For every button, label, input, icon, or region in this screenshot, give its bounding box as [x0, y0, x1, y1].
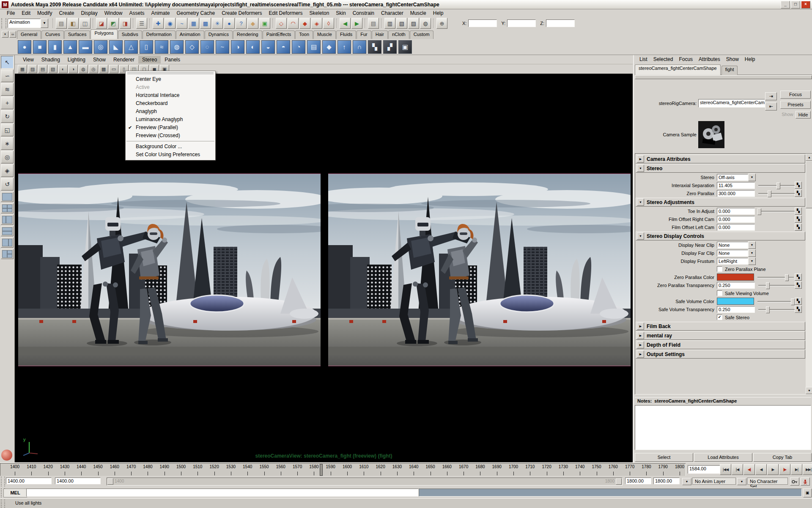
section-collapse-icon[interactable]: ▼	[637, 232, 644, 240]
menu-constrain[interactable]: Constrain	[349, 10, 378, 17]
shelf-tab-icon[interactable]: ▭	[9, 31, 16, 38]
section-header-depth-of-field[interactable]: ▶Depth of Field	[636, 340, 805, 349]
stereo-menu-item-freeview-crossed[interactable]: Freeview (Crossed)	[126, 132, 215, 140]
zero-parallax-color-slider[interactable]	[757, 274, 794, 281]
zero-parallax-field[interactable]: 300.000	[717, 190, 755, 197]
display-frustum-select-arrow-icon[interactable]: ▼	[748, 257, 756, 265]
safe-volume-transparency-keyframe-icon[interactable]: ▚	[795, 306, 802, 313]
section-header-camera-attributes[interactable]: ▶Camera Attributes	[636, 155, 805, 163]
stereo-menu-item-horizontal-interlace[interactable]: Horizontal Interlace	[126, 91, 215, 99]
film-offset-left-cam-field[interactable]: 0.000	[717, 224, 755, 231]
ipr-render-icon[interactable]: ▨	[408, 18, 419, 29]
ae-menu-show[interactable]: Show	[723, 55, 742, 63]
zero-parallax-transparency-field[interactable]: 0.250	[717, 282, 755, 289]
anim-layer-menu-icon[interactable]: ▼	[682, 478, 691, 485]
ik-handle-icon[interactable]: ◉	[165, 18, 176, 29]
ae-menu-selected[interactable]: Selected	[650, 55, 676, 63]
safe-volume-color-swatch[interactable]	[717, 298, 754, 305]
extrude-icon[interactable]: ↑	[337, 40, 351, 54]
ae-menu-help[interactable]: Help	[742, 55, 758, 63]
section-header-mental-ray[interactable]: ▶mental ray	[636, 331, 805, 340]
z-field[interactable]	[546, 19, 575, 27]
close-button[interactable]: ×	[801, 1, 810, 8]
auto-keyframe-icon[interactable]	[790, 478, 799, 486]
anim-layer-field[interactable]: No Anim Layer	[692, 478, 736, 485]
select-tool[interactable]: ↖	[1, 56, 14, 69]
safe-volume-color-slider[interactable]	[757, 298, 794, 305]
rotate-tool[interactable]: ↻	[1, 110, 14, 123]
stereo-menu-item-set-color-using-preferences[interactable]: Set Color Using Preferences	[126, 151, 215, 159]
stereo-select-arrow-icon[interactable]: ▼	[748, 174, 756, 181]
snap-to-grids-icon[interactable]: ◇	[276, 18, 287, 29]
grid-display-icon[interactable]: ▩	[99, 65, 108, 73]
slider-handle[interactable]	[757, 208, 761, 215]
display-near-clip-select-arrow-icon[interactable]: ▼	[748, 241, 756, 249]
particle-icon[interactable]: ✳	[212, 18, 223, 29]
display-frustum-select[interactable]: LeftRight	[717, 258, 748, 265]
safe-viewing-volume-checkbox[interactable]	[717, 290, 722, 296]
play-backwards-button[interactable]: ◀	[755, 464, 767, 475]
zero-parallax-color-swatch[interactable]	[717, 273, 754, 281]
current-frame-field[interactable]: 1584.00	[688, 465, 721, 474]
shelf-tab-toon[interactable]: Toon	[295, 30, 313, 39]
shaded-icon[interactable]: ◑	[69, 65, 78, 73]
section-collapse-icon[interactable]: ▼	[637, 165, 644, 172]
list-input-operations-icon[interactable]: ▤	[368, 18, 379, 29]
character-set-menu-icon[interactable]: ▼	[737, 478, 746, 485]
toolbar-drag-handle[interactable]	[1, 18, 6, 28]
scroll-down-icon[interactable]: ▼	[806, 387, 812, 394]
ae-menu-focus[interactable]: Focus	[676, 55, 696, 63]
film-offset-left-cam-keyframe-icon[interactable]: ▚	[795, 224, 802, 231]
select-by-object-icon[interactable]: ◩	[108, 18, 119, 29]
playback-end-field[interactable]: 1800.00	[625, 478, 651, 484]
slider-handle[interactable]	[766, 282, 770, 289]
attributes-scrollbar[interactable]: ▲ ▼	[806, 154, 812, 394]
file-open-icon[interactable]: ◧	[68, 18, 79, 29]
go-to-end-button[interactable]: ▶▶|	[803, 464, 812, 475]
scale-tool[interactable]: ◱	[1, 124, 14, 136]
ae-menu-attributes[interactable]: Attributes	[696, 55, 723, 63]
menu-muscle[interactable]: Muscle	[407, 10, 430, 17]
render-current-frame-icon[interactable]: ▧	[396, 18, 407, 29]
stereo-menu-item-anaglyph[interactable]: Anaglyph	[126, 108, 215, 116]
show-manipulator-tool[interactable]: ◈	[1, 164, 14, 177]
mel-input-field[interactable]	[26, 489, 419, 497]
menu-create[interactable]: Create	[55, 10, 77, 17]
playback-start-field[interactable]: 1400.00	[55, 478, 101, 484]
step-back-key-button[interactable]: ◀|	[743, 464, 755, 475]
lasso-select-tool[interactable]: ∽	[1, 69, 14, 82]
section-expand-icon[interactable]: ▶	[637, 341, 644, 348]
safe-stereo-checkbox[interactable]: ✔	[717, 315, 722, 320]
menu-character[interactable]: Character	[378, 10, 407, 17]
section-header-stereo-adjustments[interactable]: ▼Stereo Adjustments	[636, 198, 805, 207]
menu-modify[interactable]: Modify	[34, 10, 55, 17]
section-header-stereo[interactable]: ▼Stereo	[636, 164, 805, 173]
coordinate-entry-menu-icon[interactable]: ⊕	[436, 18, 447, 29]
slider-handle[interactable]	[768, 190, 771, 197]
zero-parallax-transparency-slider[interactable]	[758, 282, 795, 289]
sphere-primitive-icon[interactable]: ●	[224, 18, 235, 29]
menu-file[interactable]: File	[3, 10, 18, 17]
range-bar[interactable]: 1400 1800	[107, 478, 623, 486]
shelf-tab-dynamics[interactable]: Dynamics	[205, 30, 233, 39]
shelf-tab-curves[interactable]: Curves	[41, 30, 64, 39]
poly-plane-icon[interactable]: ▬	[79, 40, 92, 54]
menu-set-selector[interactable]: Animation ▼	[8, 19, 48, 28]
input-connections-icon[interactable]: ◀	[340, 18, 351, 29]
menu-display[interactable]: Display	[77, 10, 101, 17]
select-by-component-icon[interactable]: ◨	[120, 18, 131, 29]
layout-hypershade-persp[interactable]	[1, 237, 14, 248]
render-settings-icon[interactable]: ◍	[420, 18, 431, 29]
snap-to-points-icon[interactable]: ◆	[299, 18, 310, 29]
shelf-tab-deformation[interactable]: Deformation	[143, 30, 176, 39]
snap-to-view-planes-icon[interactable]: ◊	[323, 18, 334, 29]
focus-button[interactable]: Focus	[780, 91, 811, 99]
fill-hole-icon[interactable]: ◔	[292, 40, 305, 54]
chevron-down-icon[interactable]: ▼	[41, 19, 48, 28]
shelf-tab-hair[interactable]: Hair	[372, 30, 388, 39]
play-forwards-button[interactable]: ▶	[767, 464, 779, 475]
poly-sphere-icon[interactable]: ●	[18, 40, 31, 54]
poly-torus-icon[interactable]: ◎	[94, 40, 107, 54]
output-connections-icon[interactable]: ▶	[351, 18, 362, 29]
smooth-icon[interactable]: ~	[216, 40, 229, 54]
